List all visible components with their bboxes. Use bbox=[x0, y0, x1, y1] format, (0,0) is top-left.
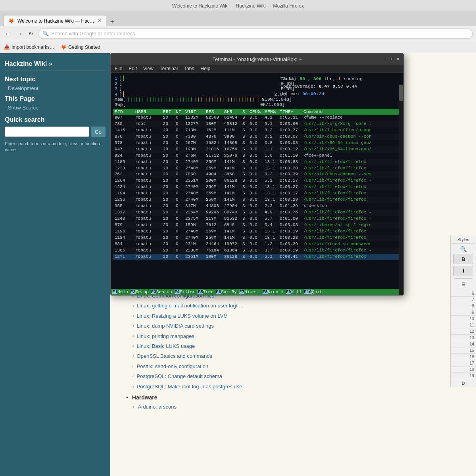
terminal-minimize-button[interactable]: − bbox=[384, 56, 387, 62]
terminal-window[interactable]: Terminal - robatu@robatu-VirtualBox: ~ −… bbox=[110, 53, 404, 296]
wiki-page-link[interactable]: PostgreSQL: Change default schema bbox=[137, 373, 222, 379]
terminal-menu-bar: File Edit View Terminal Tabs Help bbox=[111, 65, 403, 73]
terminal-menu-edit[interactable]: Edit bbox=[129, 66, 137, 71]
wiki-link-item[interactable]: ◦Postfix: send-only configuration bbox=[132, 362, 463, 371]
process-row[interactable]: 1236 robatu 20 0 2740M 259M 141M S 0.0 1… bbox=[113, 197, 401, 203]
back-button[interactable]: ← bbox=[3, 29, 12, 38]
process-row[interactable]: 1317 robatu 20 0 2364M 99296 80740 S 0.0… bbox=[113, 209, 401, 216]
show-source-link[interactable]: Show Source bbox=[8, 105, 106, 111]
arduino-arscons-link[interactable]: Arduino: arscons bbox=[138, 404, 177, 410]
lo-italic-button[interactable]: I bbox=[453, 266, 473, 276]
footer-f2[interactable]: F2Setup bbox=[131, 290, 149, 294]
process-row[interactable]: 1184 robatu 20 0 2740M 259M 141M S 0.0 1… bbox=[113, 235, 401, 241]
footer-f5[interactable]: F5Tree bbox=[198, 290, 213, 294]
wiki-link-item[interactable]: ◦Linux: Basic LUKS usage bbox=[132, 342, 463, 351]
proc-cmd: /usr/bin/xfce4-screensaver bbox=[303, 241, 399, 248]
proc-user: robatu bbox=[135, 235, 163, 241]
reload-button[interactable]: ↻ bbox=[27, 29, 35, 38]
proc-time: 0:00.17 bbox=[280, 190, 303, 197]
process-row[interactable]: 870 robatu 20 0 7380 4376 3900 S 0.0 0.2… bbox=[113, 134, 401, 140]
proc-ni: 0 bbox=[176, 190, 185, 197]
process-row[interactable]: 884 robatu 20 0 231M 24464 19072 S 0.0 1… bbox=[113, 241, 401, 248]
process-row[interactable]: 924 robatu 20 0 276M 31712 25076 S 0.0 1… bbox=[113, 153, 401, 159]
process-row[interactable]: 1264 robatu 20 0 2351M 100M 86128 S 0.0 … bbox=[113, 178, 401, 184]
wiki-link-item[interactable]: ◦OpenSSL Basics and commands bbox=[132, 351, 463, 361]
process-row[interactable]: 947 robatu 20 0 198M 21816 16756 S 0.0 1… bbox=[113, 146, 401, 153]
terminal-menu-tabs[interactable]: Tabs bbox=[184, 66, 194, 71]
terminal-menu-help[interactable]: Help bbox=[201, 66, 211, 71]
proc-cmd: /usr/lib/firefox/firefox - bbox=[303, 209, 399, 216]
wiki-link-item[interactable]: ◦Linux: dump NVIDIA card settings bbox=[132, 321, 463, 330]
footer-f8[interactable]: F8Nice + bbox=[263, 290, 284, 294]
terminal-maximize-button[interactable]: + bbox=[390, 56, 393, 62]
wiki-page-link[interactable]: Postfix: send-only configuration bbox=[137, 363, 209, 369]
wiki-page-link[interactable]: PostgreSQL: Make root log in as postgres… bbox=[137, 384, 248, 390]
process-row[interactable]: 907 robatu 20 0 1232M 82560 61484 S 0.0 … bbox=[113, 115, 401, 121]
process-row[interactable]: 735 root 20 0 1227M 180M 49812 S 0.0 9.1… bbox=[113, 121, 401, 127]
new-tab-button[interactable]: + bbox=[108, 18, 117, 26]
terminal-scrollbar[interactable] bbox=[399, 84, 403, 295]
wiki-link-item[interactable]: ◦Linux: Resizing a LUKS volume on LVM bbox=[132, 311, 463, 321]
proc-mem: 8.2 bbox=[265, 127, 280, 134]
wiki-page-link[interactable]: Linux: getting e-mail notification on us… bbox=[137, 303, 242, 309]
sidebar-development-link[interactable]: Development bbox=[8, 85, 106, 91]
proc-res: 259M bbox=[206, 184, 224, 190]
footer-f1[interactable]: F1Help bbox=[112, 290, 128, 294]
terminal-menu-terminal[interactable]: Terminal bbox=[160, 66, 178, 71]
proc-cmd: /usr/lib/firefox/firefox - bbox=[303, 216, 399, 222]
process-row[interactable]: 955 robatu 20 0 317M 44808 27904 S 0.0 2… bbox=[113, 203, 401, 209]
proc-res: 44808 bbox=[206, 203, 224, 209]
process-row[interactable]: 1194 robatu 20 0 2740M 259M 141M S 0.0 1… bbox=[113, 190, 401, 197]
process-row[interactable]: 1415 robatu 20 0 713M 162M 111M S 0.0 8.… bbox=[113, 127, 401, 134]
lo-columns-icon[interactable]: ⊟ bbox=[461, 281, 466, 287]
terminal-menu-file[interactable]: File bbox=[115, 66, 122, 71]
footer-f7[interactable]: F7Nice - bbox=[239, 290, 260, 294]
process-row[interactable]: 1271 robatu 20 0 2351M 100M 86128 S 0.0 … bbox=[113, 254, 401, 260]
bookmark-label: Import bookmarks… bbox=[12, 44, 54, 50]
search-input[interactable] bbox=[5, 127, 89, 137]
wiki-link-item[interactable]: ◦PostgreSQL: Make root log in as postgre… bbox=[132, 382, 463, 391]
proc-virt: 2375M bbox=[185, 216, 206, 222]
proc-pri: 20 bbox=[163, 209, 176, 216]
bookmark-import[interactable]: 📥 Import bookmarks… bbox=[4, 44, 54, 50]
terminal-close-button[interactable]: × bbox=[396, 56, 399, 62]
process-row[interactable]: 763 robatu 20 0 7860 4904 3868 S 0.0 0.2… bbox=[113, 171, 401, 178]
process-row[interactable]: 879 robatu 20 0 159M 7612 6848 S 0.0 0.4… bbox=[113, 222, 401, 228]
proc-virt: 2740M bbox=[185, 235, 206, 241]
proc-ni: 0 bbox=[176, 228, 185, 235]
proc-mem: 0.2 bbox=[265, 171, 280, 178]
search-go-button[interactable]: Go bbox=[91, 127, 106, 137]
process-row[interactable]: 1240 robatu 20 0 2375M 113M 91532 S 0.0 … bbox=[113, 216, 401, 222]
process-row[interactable]: 1234 robatu 20 0 2740M 259M 141M S 0.0 1… bbox=[113, 184, 401, 190]
wiki-page-link[interactable]: Linux: Resizing a LUKS volume on LVM bbox=[137, 313, 228, 319]
footer-f3[interactable]: F3Search bbox=[151, 290, 172, 294]
lo-search-btn[interactable]: 🔍 bbox=[460, 246, 467, 252]
lo-bold-button[interactable]: B bbox=[453, 254, 473, 264]
footer-f4[interactable]: F4Filter bbox=[175, 290, 196, 294]
footer-f6[interactable]: F6SortBy bbox=[216, 290, 237, 294]
tab-close-button[interactable]: ✕ bbox=[98, 18, 101, 23]
wiki-page-link[interactable]: Linux: Basic LUKS usage bbox=[137, 343, 195, 349]
wiki-page-link[interactable]: Linux: dump NVIDIA card settings bbox=[137, 323, 214, 329]
forward-button[interactable]: → bbox=[15, 29, 24, 38]
proc-cpu: 0.0 bbox=[250, 127, 265, 134]
wiki-link-item[interactable]: ◦PostgreSQL: Change default schema bbox=[132, 372, 463, 381]
browser-tab-active[interactable]: 🦊 Welcome to Hackzine Wiki — Hac… ✕ bbox=[3, 15, 106, 26]
wiki-page-link[interactable]: Linux: printing manpages bbox=[137, 333, 194, 339]
wiki-link-item[interactable]: ◦Linux: printing manpages bbox=[132, 332, 463, 341]
address-bar[interactable]: 🔍 Search with Google or enter address bbox=[38, 29, 473, 39]
process-row[interactable]: 1233 robatu 20 0 2740M 259M 141M S 0.0 1… bbox=[113, 165, 401, 172]
proc-shr: 61484 bbox=[224, 115, 242, 121]
footer-f9[interactable]: F9Kill bbox=[286, 290, 302, 294]
wiki-page-link[interactable]: OpenSSL Basics and commands bbox=[137, 353, 212, 359]
process-row[interactable]: 1196 robatu 20 0 2740M 259M 141M S 0.0 1… bbox=[113, 228, 401, 235]
process-row[interactable]: 1185 robatu 20 0 2740M 259M 141M S 0.0 1… bbox=[113, 159, 401, 165]
wiki-link-item[interactable]: ◦Linux: getting e-mail notification on u… bbox=[132, 301, 463, 310]
footer-f10[interactable]: F10Quit bbox=[304, 290, 322, 294]
process-row[interactable]: 1365 robatu 20 0 2338M 75184 63364 S 0.0… bbox=[113, 248, 401, 254]
proc-user: robatu bbox=[135, 171, 163, 178]
process-row[interactable]: 978 robatu 20 0 267M 16824 14868 S 0.0 0… bbox=[113, 140, 401, 146]
bookmark-getting-started[interactable]: 🦊 Getting Started bbox=[61, 44, 100, 50]
firefox-icon: 🦊 bbox=[61, 44, 67, 50]
terminal-menu-view[interactable]: View bbox=[143, 66, 154, 71]
